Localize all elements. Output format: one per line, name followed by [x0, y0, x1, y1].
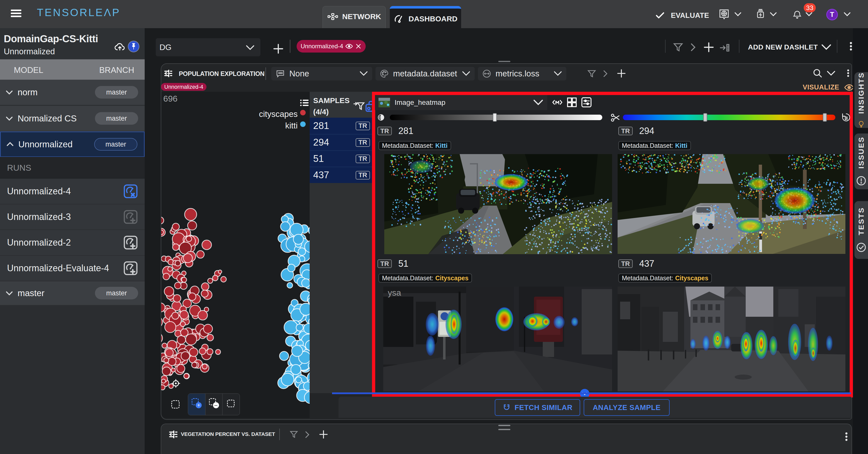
svg-text:ysa: ysa [388, 288, 401, 297]
